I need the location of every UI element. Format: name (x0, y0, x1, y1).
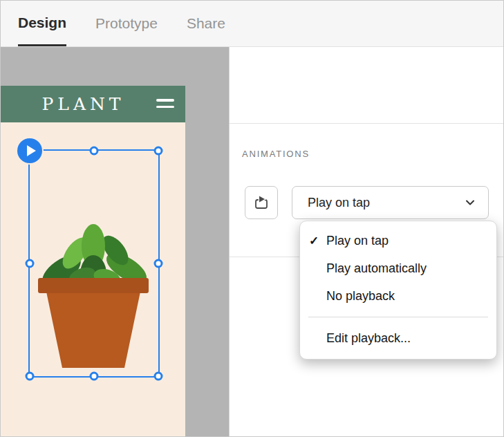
artboard-title: PLANT (41, 94, 124, 114)
menu-item-no-playback[interactable]: No playback (300, 282, 496, 310)
menu-item-label: Play automatically (321, 261, 427, 276)
menu-item-play-on-tap[interactable]: ✓ Play on tap (300, 227, 496, 254)
tab-prototype[interactable]: Prototype (95, 1, 158, 46)
selection-handle-bottom-left[interactable] (26, 372, 35, 381)
checkmark-icon: ✓ (300, 234, 321, 248)
menu-item-label: Edit playback... (321, 331, 411, 346)
playback-trigger-button[interactable] (245, 186, 278, 219)
design-canvas[interactable]: PLANT (1, 47, 229, 436)
app-window: Design Prototype Share PLANT (0, 0, 504, 437)
tab-share[interactable]: Share (187, 1, 225, 46)
playback-dropdown-menu: ✓ Play on tap Play automatically No play… (299, 221, 497, 360)
selection-handle-top-right[interactable] (154, 147, 163, 156)
menu-item-edit-playback[interactable]: Edit playback... (300, 324, 496, 352)
menu-item-play-automatically[interactable]: Play automatically (300, 254, 496, 282)
artboard-header: PLANT (1, 86, 185, 122)
play-badge[interactable] (17, 138, 42, 163)
selection-box[interactable] (28, 149, 160, 378)
animations-section-title: ANIMATIONS (242, 149, 310, 159)
menu-item-label: Play on tap (321, 234, 389, 248)
top-toolbar: Design Prototype Share (1, 1, 503, 47)
selection-handle-bottom-center[interactable] (90, 372, 99, 381)
chevron-down-icon (465, 197, 476, 208)
menu-separator (308, 317, 488, 317)
selection-handle-middle-right[interactable] (154, 259, 163, 268)
selection-handle-bottom-right[interactable] (154, 372, 163, 381)
playback-dropdown-value: Play on tap (292, 196, 465, 210)
panel-divider-top (230, 123, 503, 124)
play-icon (27, 145, 36, 156)
tab-design[interactable]: Design (18, 1, 66, 46)
playback-dropdown[interactable]: Play on tap (292, 186, 489, 219)
hamburger-menu-icon (156, 99, 174, 108)
selection-handle-top-center[interactable] (90, 147, 99, 156)
menu-item-label: No playback (321, 289, 395, 304)
selection-handle-middle-left[interactable] (26, 259, 35, 268)
play-from-frame-icon (253, 194, 270, 211)
